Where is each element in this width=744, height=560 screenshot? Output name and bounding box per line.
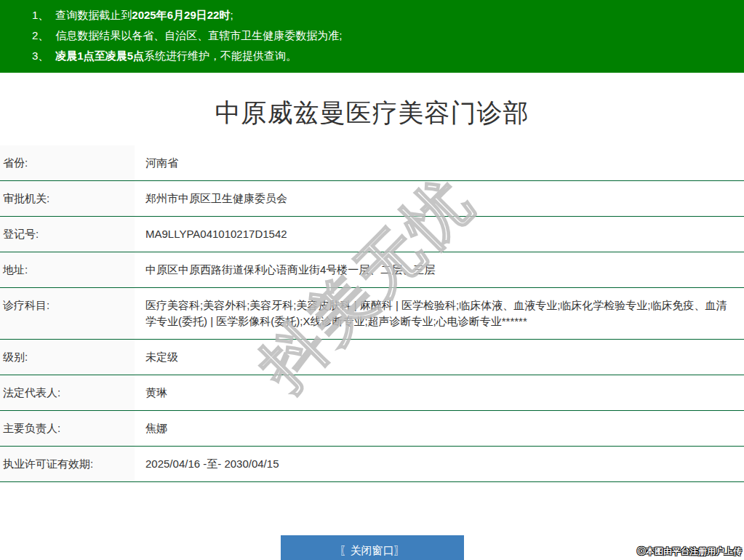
row-label: 执业许可证有效期: [0, 447, 135, 481]
notice-line: 2、信息数据结果以各省、自治区、直辖市卫生健康委数据为准; [32, 25, 737, 46]
row-label: 诊疗科目: [0, 288, 135, 339]
table-row-province: 省份: 河南省 [0, 145, 744, 181]
table-row-level: 级别: 未定级 [0, 340, 744, 375]
row-value: 郑州市中原区卫生健康委员会 [135, 181, 744, 216]
row-value: 焦娜 [135, 411, 744, 446]
notice-text-bold: 2025年6月29日22时 [132, 9, 230, 21]
table-row-address: 地址: 中原区中原西路街道保利心语商业街4号楼一层、二层、三层 [0, 252, 744, 288]
row-label: 登记号: [0, 217, 135, 252]
page-title: 中原威兹曼医疗美容门诊部 [0, 96, 744, 130]
row-label: 审批机关: [0, 181, 135, 216]
row-value: MA9LLYPA041010217D1542 [135, 217, 744, 252]
query-result-page: { "notice_bar": { "items": [ { "num": "1… [0, 0, 744, 560]
row-value: 黄琳 [135, 375, 744, 410]
row-label: 主要负责人: [0, 411, 135, 446]
notice-number: 1、 [32, 9, 49, 21]
notice-line: 3、凌晨1点至凌晨5点系统进行维护，不能提供查询。 [32, 46, 737, 66]
row-label: 级别: [0, 340, 135, 375]
table-row-license-validity: 执业许可证有效期: 2025/04/16 -至- 2030/04/15 [0, 447, 744, 482]
row-label: 省份: [0, 145, 135, 180]
upload-copyright-note: ◎本图由平台注册用户上传 [637, 545, 742, 558]
close-window-button[interactable]: 〖关闭窗口〗 [281, 535, 464, 560]
notice-text: ; [230, 9, 233, 21]
row-label: 地址: [0, 252, 135, 287]
table-row-legal-representative: 法定代表人: 黄琳 [0, 375, 744, 411]
table-row-registration-number: 登记号: MA9LLYPA041010217D1542 [0, 217, 744, 252]
row-label: 法定代表人: [0, 375, 135, 410]
row-value: 河南省 [135, 145, 744, 180]
row-value: 2025/04/16 -至- 2030/04/15 [135, 447, 744, 481]
notice-line: 1、查询数据截止到2025年6月29日22时; [32, 5, 737, 25]
notice-number: 3、 [32, 49, 49, 62]
notice-text-bold: 凌晨1点至凌晨5点 [55, 49, 144, 62]
table-row-medical-subjects: 诊疗科目: 医疗美容科;美容外科;美容牙科;美容皮肤科 | 麻醉科 | 医学检验… [0, 288, 744, 340]
table-row-approval-authority: 审批机关: 郑州市中原区卫生健康委员会 [0, 181, 744, 217]
notice-text: 信息数据结果以各省、自治区、直辖市卫生健康委数据为准; [55, 29, 342, 41]
notice-bar: 1、查询数据截止到2025年6月29日22时; 2、信息数据结果以各省、自治区、… [0, 0, 744, 73]
table-row-main-person-in-charge: 主要负责人: 焦娜 [0, 411, 744, 447]
institution-info-table: 省份: 河南省 审批机关: 郑州市中原区卫生健康委员会 登记号: MA9LLYP… [0, 145, 744, 482]
row-value: 未定级 [135, 340, 744, 375]
row-value: 中原区中原西路街道保利心语商业街4号楼一层、二层、三层 [135, 252, 744, 287]
notice-text: 系统进行维护，不能提供查询。 [144, 49, 297, 62]
notice-number: 2、 [32, 29, 49, 41]
notice-text: 查询数据截止到 [55, 9, 132, 21]
row-value: 医疗美容科;美容外科;美容牙科;美容皮肤科 | 麻醉科 | 医学检验科;临床体液… [135, 288, 744, 339]
button-container: 〖关闭窗口〗 [0, 535, 744, 560]
